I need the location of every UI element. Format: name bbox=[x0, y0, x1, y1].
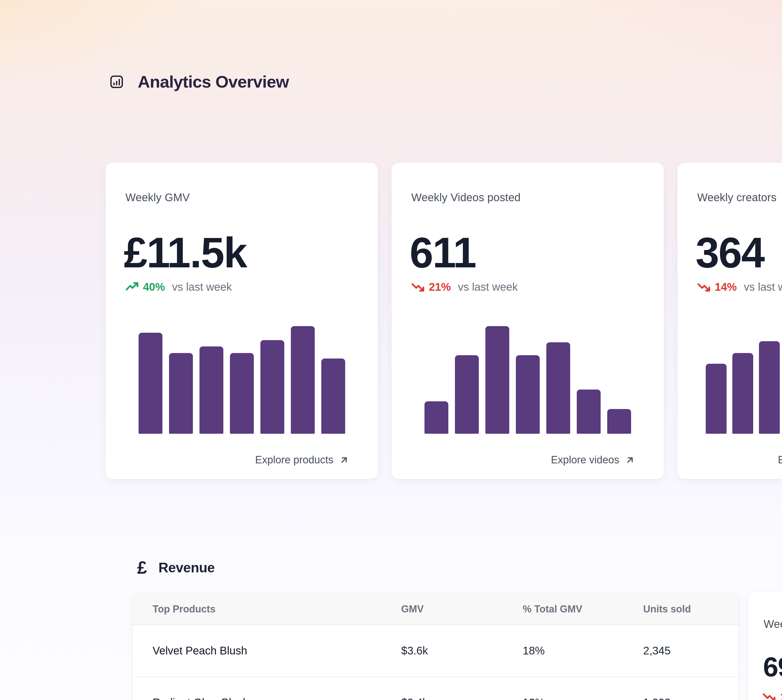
chart-bar bbox=[732, 353, 753, 434]
revenue-section-header: £ Revenue bbox=[137, 557, 215, 578]
chart-bar bbox=[291, 326, 315, 434]
revenue-section-title: Revenue bbox=[159, 560, 215, 576]
mini-bar-chart bbox=[125, 326, 358, 434]
mini-bar-chart bbox=[697, 326, 782, 434]
bar-chart-icon bbox=[109, 74, 125, 90]
kpi-card-weekly-gmv: Weekly GMV £11.5k 40% vs last week Explo… bbox=[106, 163, 378, 479]
kpi-cards-row: Weekly GMV £11.5k 40% vs last week Explo… bbox=[106, 163, 782, 479]
column-header: % Total GMV bbox=[523, 603, 643, 615]
kpi-delta-label: vs last week bbox=[172, 281, 232, 293]
chart-bar bbox=[200, 347, 223, 434]
page-header: Analytics Overview bbox=[109, 72, 289, 92]
explore-link-label: Explore videos bbox=[551, 454, 619, 466]
table-cell: 18% bbox=[523, 645, 643, 657]
top-products-table: Top ProductsGMV% Total GMVUnits sold Vel… bbox=[132, 593, 739, 700]
table-row: Radiant Glow Blush$2.4k12%1,908 bbox=[133, 677, 739, 700]
trending-up-icon bbox=[125, 280, 138, 293]
chart-bar bbox=[424, 401, 448, 434]
trending-down-icon bbox=[762, 690, 776, 700]
kpi-delta-percent: 1 bbox=[780, 691, 782, 700]
side-kpi-card: Weekly 69 1 bbox=[748, 592, 782, 700]
mini-bar-chart bbox=[411, 326, 644, 434]
table-body: Velvet Peach Blush$3.6k18%2,345Radiant G… bbox=[133, 625, 739, 700]
kpi-card-weekly-videos: Weekly Videos posted 611 21% vs last wee… bbox=[391, 163, 664, 479]
chart-bar bbox=[516, 355, 540, 434]
chart-bar bbox=[138, 333, 163, 434]
product-name-cell: Velvet Peach Blush bbox=[153, 645, 401, 657]
column-header: Top Products bbox=[153, 603, 401, 615]
product-name-cell: Radiant Glow Blush bbox=[153, 697, 401, 700]
chart-bar bbox=[706, 364, 727, 434]
table-cell: $2.4k bbox=[401, 697, 523, 700]
column-header: Units sold bbox=[643, 603, 739, 615]
chart-bar bbox=[486, 326, 509, 434]
kpi-card-weekly-creators: Weekly creators 364 14% vs last week Exp… bbox=[677, 163, 782, 479]
chart-bar bbox=[230, 353, 254, 434]
arrow-up-right-icon bbox=[625, 455, 635, 465]
trending-down-icon bbox=[697, 280, 710, 293]
explore-creators-link[interactable]: Explore creators bbox=[778, 454, 782, 466]
chart-bar bbox=[546, 342, 570, 434]
kpi-title: Weekly GMV bbox=[125, 191, 190, 204]
chart-bar bbox=[577, 390, 601, 434]
chart-bar bbox=[455, 355, 479, 434]
kpi-delta-percent: 14% bbox=[715, 281, 737, 293]
explore-videos-link[interactable]: Explore videos bbox=[551, 454, 635, 466]
kpi-title: Weekly Videos posted bbox=[411, 191, 521, 204]
table-cell: 2,345 bbox=[643, 645, 739, 657]
table-cell: 12% bbox=[523, 697, 643, 700]
explore-link-label: Explore products bbox=[255, 454, 333, 466]
page-title: Analytics Overview bbox=[138, 72, 289, 92]
explore-products-link[interactable]: Explore products bbox=[255, 454, 349, 466]
table-header-row: Top ProductsGMV% Total GMVUnits sold bbox=[133, 593, 739, 625]
arrow-up-right-icon bbox=[339, 455, 349, 465]
kpi-delta: 21% vs last week bbox=[411, 280, 518, 293]
table-cell: 1,908 bbox=[643, 697, 739, 700]
kpi-delta-percent: 40% bbox=[143, 281, 165, 293]
chart-bar bbox=[260, 340, 284, 434]
table-cell: $3.6k bbox=[401, 645, 523, 657]
chart-bar bbox=[321, 358, 345, 434]
explore-link-label: Explore creators bbox=[778, 454, 782, 466]
kpi-value: 69 bbox=[763, 653, 782, 680]
chart-bar bbox=[169, 353, 193, 434]
kpi-value: 364 bbox=[695, 232, 764, 274]
chart-bar bbox=[759, 341, 780, 434]
table-row: Velvet Peach Blush$3.6k18%2,345 bbox=[133, 625, 739, 677]
kpi-delta-percent: 21% bbox=[429, 281, 451, 293]
kpi-delta-label: vs last week bbox=[458, 281, 518, 293]
kpi-value: £11.5k bbox=[124, 232, 247, 274]
chart-bar bbox=[607, 409, 631, 434]
kpi-delta: 14% vs last week bbox=[697, 280, 782, 293]
kpi-title: Weekly bbox=[764, 618, 782, 630]
kpi-value: 611 bbox=[410, 232, 476, 274]
kpi-delta-label: vs last week bbox=[744, 281, 782, 293]
pound-icon: £ bbox=[137, 559, 147, 577]
column-header: GMV bbox=[401, 603, 523, 615]
trending-down-icon bbox=[411, 280, 424, 293]
kpi-title: Weekly creators bbox=[697, 191, 777, 204]
kpi-delta: 40% vs last week bbox=[125, 280, 232, 293]
kpi-delta: 1 bbox=[762, 690, 782, 700]
